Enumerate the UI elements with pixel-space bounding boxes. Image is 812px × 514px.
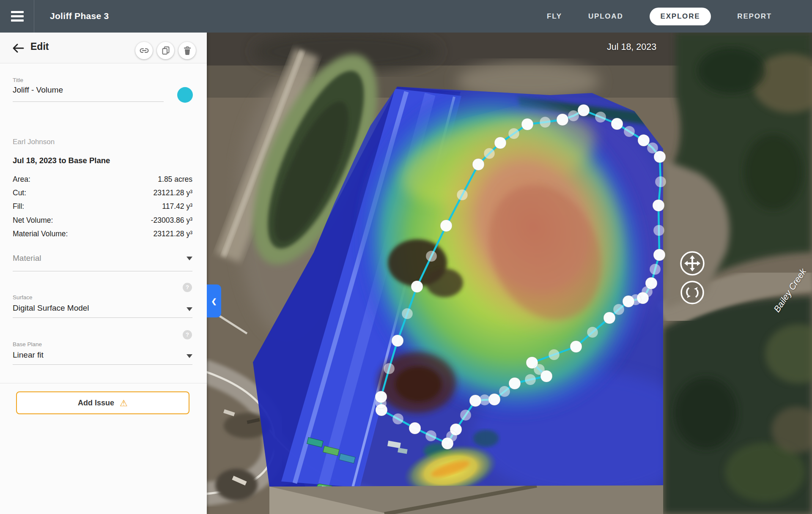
map-viewport[interactable]: Jul 18, 2023 Bailey Creek bbox=[207, 33, 812, 514]
polygon-vertex-handle[interactable] bbox=[440, 220, 452, 232]
polygon-midpoint-handle[interactable] bbox=[460, 410, 471, 421]
polygon-vertex-handle[interactable] bbox=[653, 249, 665, 261]
polygon-midpoint-handle[interactable] bbox=[525, 374, 536, 385]
edit-panel: Edit Title Joliff - Volume Earl Johnson bbox=[0, 33, 207, 514]
title-field-label: Title bbox=[13, 77, 23, 83]
comparison-heading: Jul 18, 2023 to Base Plane bbox=[13, 156, 110, 165]
polygon-midpoint-handle[interactable] bbox=[426, 251, 437, 262]
polygon-midpoint-handle[interactable] bbox=[499, 386, 510, 397]
nav-upload[interactable]: UPLOAD bbox=[588, 12, 623, 21]
add-issue-button[interactable]: Add Issue ⚠ bbox=[16, 391, 189, 414]
copy-icon bbox=[162, 46, 170, 55]
base-plane-label: Base Plane bbox=[13, 341, 42, 347]
surface-label: Surface bbox=[13, 294, 33, 301]
stat-net-volume: Net Volume: -23003.86 y³ bbox=[13, 213, 192, 227]
polygon-vertex-handle[interactable] bbox=[653, 200, 664, 211]
polygon-vertex-handle[interactable] bbox=[623, 295, 634, 307]
surface-caret-icon[interactable] bbox=[187, 307, 192, 311]
top-bar: Joliff Phase 3 FLY UPLOAD EXPLORE REPORT bbox=[0, 0, 812, 33]
top-nav: FLY UPLOAD EXPLORE REPORT bbox=[547, 0, 772, 33]
polygon-midpoint-handle[interactable] bbox=[457, 189, 468, 200]
polygon-vertex-handle[interactable] bbox=[611, 118, 623, 130]
polygon-midpoint-handle[interactable] bbox=[587, 327, 598, 338]
polygon-midpoint-handle[interactable] bbox=[653, 225, 664, 236]
back-button[interactable] bbox=[12, 42, 25, 54]
polygon-midpoint-handle[interactable] bbox=[402, 308, 413, 319]
polygon-vertex-handle[interactable] bbox=[392, 335, 403, 347]
stat-area: Area: 1.85 acres bbox=[13, 172, 192, 186]
polygon-vertex-handle[interactable] bbox=[604, 312, 615, 324]
stat-material-volume: Material Volume: 23121.28 y³ bbox=[13, 227, 192, 241]
polygon-vertex-handle[interactable] bbox=[570, 341, 582, 353]
polygon-vertex-handle[interactable] bbox=[442, 437, 453, 449]
polygon-midpoint-handle[interactable] bbox=[624, 126, 635, 137]
material-caret-icon[interactable] bbox=[187, 257, 192, 260]
polygon-midpoint-handle[interactable] bbox=[425, 430, 436, 441]
back-arrow-icon bbox=[14, 44, 23, 52]
nav-report[interactable]: REPORT bbox=[737, 12, 772, 21]
base-plane-dropdown[interactable]: Linear fit bbox=[13, 350, 44, 360]
polygon-midpoint-handle[interactable] bbox=[508, 128, 519, 139]
material-dropdown[interactable]: Material bbox=[13, 254, 41, 263]
volume-stats: Area: 1.85 acres Cut: 23121.28 y³ Fill: … bbox=[13, 172, 192, 241]
polygon-midpoint-handle[interactable] bbox=[650, 264, 661, 275]
base-plane-help-icon[interactable]: ? bbox=[183, 330, 192, 339]
polygon-vertex-handle[interactable] bbox=[494, 137, 506, 149]
trash-icon bbox=[184, 46, 191, 55]
polygon-midpoint-handle[interactable] bbox=[595, 112, 606, 123]
surface-help-icon[interactable]: ? bbox=[183, 283, 192, 292]
link-icon bbox=[140, 46, 149, 55]
map-scene bbox=[207, 33, 812, 514]
polygon-midpoint-handle[interactable] bbox=[392, 413, 403, 424]
nav-fly[interactable]: FLY bbox=[547, 12, 562, 21]
sidebar-collapse-tab[interactable]: ❮ bbox=[207, 284, 221, 317]
polygon-vertex-handle[interactable] bbox=[472, 159, 484, 170]
duplicate-button[interactable] bbox=[157, 42, 174, 59]
polygon-midpoint-handle[interactable] bbox=[540, 117, 551, 128]
surface-dropdown[interactable]: Digital Surface Model bbox=[13, 303, 89, 313]
polygon-midpoint-handle[interactable] bbox=[384, 363, 395, 374]
polygon-vertex-handle[interactable] bbox=[375, 391, 387, 403]
polygon-vertex-handle[interactable] bbox=[409, 422, 421, 434]
warning-icon: ⚠ bbox=[120, 399, 128, 407]
stat-cut: Cut: 23121.28 y³ bbox=[13, 186, 192, 200]
owner-name: Earl Johnson bbox=[13, 138, 55, 146]
pan-control-button[interactable] bbox=[681, 252, 704, 275]
polygon-vertex-handle[interactable] bbox=[469, 395, 481, 407]
delete-button[interactable] bbox=[178, 42, 196, 59]
polygon-midpoint-handle[interactable] bbox=[549, 349, 560, 360]
nav-explore[interactable]: EXPLORE bbox=[650, 8, 711, 25]
hamburger-menu-button[interactable] bbox=[0, 0, 34, 33]
stat-fill: Fill: 117.42 y³ bbox=[13, 200, 192, 213]
app-title: Joliff Phase 3 bbox=[50, 11, 109, 21]
polygon-vertex-handle[interactable] bbox=[509, 377, 521, 389]
polygon-midpoint-handle[interactable] bbox=[484, 148, 495, 159]
polygon-midpoint-handle[interactable] bbox=[655, 176, 666, 187]
chevron-left-icon: ❮ bbox=[211, 297, 217, 305]
polygon-vertex-handle[interactable] bbox=[638, 134, 650, 146]
map-date-label: Jul 18, 2023 bbox=[607, 42, 656, 52]
polygon-vertex-handle[interactable] bbox=[578, 104, 590, 116]
base-plane-caret-icon[interactable] bbox=[187, 354, 192, 358]
polygon-vertex-handle[interactable] bbox=[654, 151, 666, 163]
polygon-vertex-handle[interactable] bbox=[521, 118, 533, 130]
rotate-control-button[interactable] bbox=[681, 282, 703, 303]
polygon-vertex-handle[interactable] bbox=[411, 281, 423, 293]
panel-title: Edit bbox=[30, 41, 49, 52]
edit-panel-header: Edit bbox=[0, 33, 207, 63]
polygon-midpoint-handle[interactable] bbox=[613, 304, 624, 315]
polygon-vertex-handle[interactable] bbox=[540, 370, 552, 382]
section-divider bbox=[0, 383, 207, 383]
hamburger-icon bbox=[11, 11, 24, 24]
annotation-color-swatch[interactable] bbox=[177, 87, 193, 103]
polygon-midpoint-handle[interactable] bbox=[568, 110, 579, 121]
copy-link-button[interactable] bbox=[135, 42, 153, 59]
polygon-vertex-handle[interactable] bbox=[557, 114, 568, 126]
title-field-underline bbox=[13, 101, 164, 102]
title-field-value[interactable]: Joliff - Volume bbox=[13, 85, 63, 95]
